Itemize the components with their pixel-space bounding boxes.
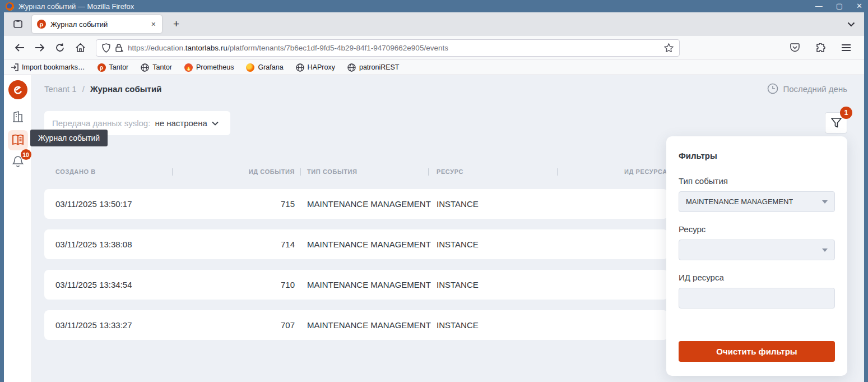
menu-hamburger-icon[interactable] [837,39,855,57]
column-divider[interactable] [172,168,173,176]
tab-title: Журнал событий [50,20,150,29]
globe-icon [296,63,304,72]
breadcrumb: Tenant 1 / Журнал событий [44,84,161,94]
event-type-select[interactable]: MAINTENANCE MANAGEMENT [679,191,835,212]
list-all-tabs-chevron-down-icon[interactable] [847,22,855,27]
pocket-icon[interactable] [786,39,804,57]
browser-tab[interactable]: ρ Журнал событий × [32,15,162,33]
firefox-view-icon[interactable] [10,16,26,33]
main-area: Tenant 1 / Журнал событий Последний день… [32,75,864,382]
column-resource[interactable]: РЕСУРС [437,168,463,175]
tab-close-icon[interactable]: × [150,20,157,29]
chevron-down-icon [212,121,219,126]
globe-icon [347,63,356,72]
tantor-logo[interactable] [8,80,28,100]
notification-badge: 10 [21,149,31,160]
building-icon [11,110,25,123]
minimize-button[interactable]: — [815,1,823,12]
grafana-icon [246,63,254,72]
bookmark-grafana[interactable]: Grafana [246,63,283,72]
column-event-type[interactable]: ТИП СОБЫТИЯ [307,168,358,175]
table-row[interactable]: 03/11/2025 13:33:27 707 MAINTENANCE MANA… [44,310,668,340]
period-label: Последний день [783,84,847,94]
bookmark-tantor-2[interactable]: Tantor [141,63,172,72]
column-divider[interactable] [557,168,558,176]
maximize-button[interactable]: ▢ [836,1,843,12]
resource-label: Ресурс [679,224,835,234]
app-sidebar: 10 [4,75,32,382]
column-resource-id[interactable]: ИД РЕСУРСА [624,168,667,175]
browser-chrome: ρ Журнал событий × + [4,12,864,382]
sidebar-tooltip: Журнал событий [30,130,108,146]
clock-icon [767,83,778,94]
forward-icon[interactable] [31,39,49,57]
navigation-toolbar: https://education.tantorlabs.ru/platform… [4,36,864,60]
filter-panel: Фильтры Тип события MAINTENANCE MANAGEME… [666,136,847,376]
table-header: СОЗДАНО В ИД СОБЫТИЯ ТИП СОБЫТИЯ РЕСУРС … [44,167,668,177]
lock-icon[interactable] [115,43,123,52]
column-event-id[interactable]: ИД СОБЫТИЯ [229,168,295,175]
tab-favicon-tantor-icon: ρ [37,20,46,29]
table-row[interactable]: 03/11/2025 13:34:54 710 MAINTENANCE MANA… [44,270,668,300]
caret-down-icon [822,200,828,204]
page-title: Журнал событий [90,84,161,94]
bookmark-prometheus[interactable]: 🔥 Prometheus [184,63,234,72]
column-divider[interactable] [428,168,429,176]
window-title: Журнал событий — Mozilla Firefox [18,2,134,11]
bookmark-patronirest[interactable]: patroniREST [347,63,400,72]
close-button[interactable]: ✕ [856,1,862,12]
sidebar-item-event-log[interactable] [8,130,28,150]
resource-select[interactable] [679,240,835,260]
bookmark-import[interactable]: Import bookmarks… [11,63,85,71]
open-book-icon [11,134,25,146]
table-row[interactable]: 03/11/2025 13:50:17 715 MAINTENANCE MANA… [44,189,668,219]
tantor-icon: ρ [98,63,106,72]
import-icon [11,63,18,71]
globe-icon [141,63,149,72]
sidebar-item-tenants[interactable] [8,107,28,127]
tab-bar: ρ Журнал событий × + [4,12,864,36]
clear-filters-button[interactable]: Очистить фильтры [679,341,835,362]
back-icon[interactable] [11,39,29,57]
home-icon[interactable] [71,39,89,57]
column-divider[interactable] [300,168,301,176]
window-titlebar: Журнал событий — Mozilla Firefox — ▢ ✕ [0,0,868,12]
url-bar[interactable]: https://education.tantorlabs.ru/platform… [96,39,680,57]
filter-button[interactable]: 1 [825,112,847,134]
bookmark-star-icon[interactable] [664,43,674,52]
resource-id-input[interactable] [679,288,835,309]
event-type-label: Тип события [679,176,835,186]
bookmarks-toolbar: Import bookmarks… ρ Tantor Tantor 🔥 Prom… [4,60,864,75]
extensions-puzzle-icon[interactable] [811,39,829,57]
filter-count-badge: 1 [840,107,852,119]
period-selector[interactable]: Последний день [767,83,847,94]
resource-id-label: ИД ресурса [679,273,835,282]
firefox-icon [6,2,14,11]
sidebar-item-notifications[interactable]: 10 [8,151,28,172]
funnel-icon [831,118,842,128]
prometheus-icon: 🔥 [184,63,193,72]
reload-icon[interactable] [51,39,69,57]
filter-panel-title: Фильтры [679,151,835,160]
bookmark-haproxy[interactable]: HAProxy [296,63,335,72]
url-text: https://education.tantorlabs.ru/platform… [128,44,448,52]
caret-down-icon [822,248,828,252]
shield-icon[interactable] [102,43,110,53]
table-row[interactable]: 03/11/2025 13:38:08 714 MAINTENANCE MANA… [44,229,668,259]
bookmark-tantor[interactable]: ρ Tantor [98,63,129,72]
breadcrumb-parent[interactable]: Tenant 1 [44,84,77,94]
column-created[interactable]: СОЗДАНО В [55,168,96,175]
page-content: 10 Журнал событий Tenant 1 / Журнал собы… [4,75,864,382]
new-tab-button[interactable]: + [170,18,183,30]
